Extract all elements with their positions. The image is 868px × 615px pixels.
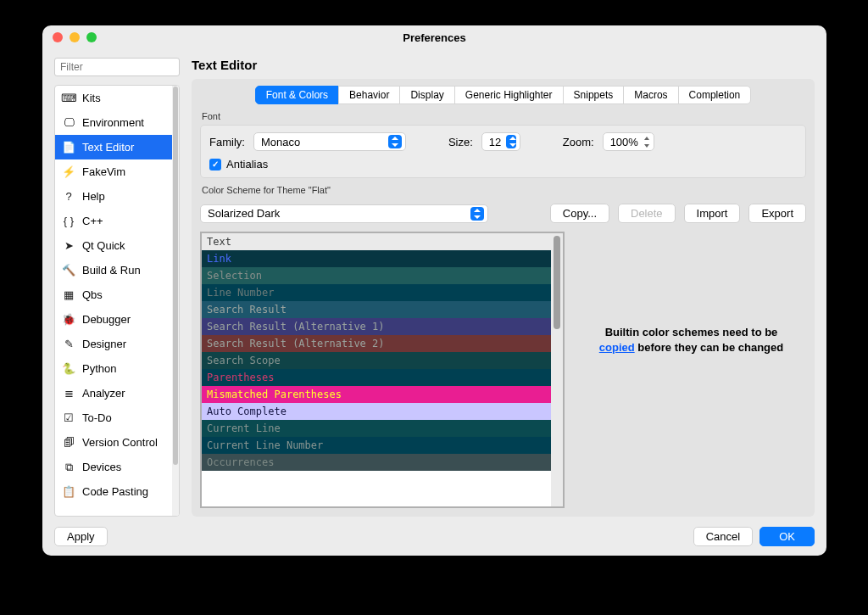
sidebar-item-label: Environment bbox=[82, 116, 144, 129]
font-size-combo[interactable]: 12 bbox=[481, 132, 520, 151]
sidebar-item-label: Qt Quick bbox=[82, 239, 125, 252]
color-scheme-area: TextLinkSelectionLine NumberSearch Resul… bbox=[200, 232, 806, 508]
copied-link[interactable]: copied bbox=[599, 341, 635, 354]
font-settings-box: Family: Monaco Size: 12 bbox=[200, 125, 806, 178]
scheme-item-search-result-alternative-1-[interactable]: Search Result (Alternative 1) bbox=[202, 318, 551, 335]
scheme-delete-button: Delete bbox=[618, 204, 676, 223]
sidebar-item-label: Version Control bbox=[82, 436, 158, 449]
titlebar: Preferences bbox=[42, 25, 826, 49]
sidebar-item-label: C++ bbox=[82, 215, 103, 227]
close-window-button[interactable] bbox=[53, 32, 63, 42]
scheme-item-selection[interactable]: Selection bbox=[202, 267, 551, 284]
sidebar-item-qbs[interactable]: ▦Qbs bbox=[55, 282, 172, 307]
sidebar-item-build-run[interactable]: 🔨Build & Run bbox=[55, 258, 172, 282]
font-size-value: 12 bbox=[489, 136, 501, 148]
sidebar-item-version-control[interactable]: 🗐Version Control bbox=[55, 430, 172, 455]
sidebar-item-label: FakeVim bbox=[82, 165, 125, 178]
sidebar-item-devices[interactable]: ⧉Devices bbox=[55, 455, 172, 479]
antialias-checkbox[interactable]: ✓ bbox=[209, 159, 221, 171]
scheme-item-text[interactable]: Text bbox=[202, 233, 551, 250]
sidebar-item-help[interactable]: ?Help bbox=[55, 184, 172, 209]
main-column: Text Editor Font & ColorsBehaviorDisplay… bbox=[192, 58, 815, 517]
scheme-item-search-result-alternative-2-[interactable]: Search Result (Alternative 2) bbox=[202, 335, 551, 352]
color-scheme-list: TextLinkSelectionLine NumberSearch Resul… bbox=[200, 232, 565, 508]
sidebar-item-kits[interactable]: ⌨Kits bbox=[55, 86, 172, 110]
color-scheme-row: Solarized Dark Copy... Delete Import Exp… bbox=[200, 204, 806, 223]
sidebar: ⌨Kits🖵Environment📄Text Editor⚡FakeVim?He… bbox=[54, 85, 180, 517]
tab-snippets[interactable]: Snippets bbox=[563, 86, 625, 104]
scheme-item-search-scope[interactable]: Search Scope bbox=[202, 352, 551, 369]
tab-display[interactable]: Display bbox=[399, 86, 454, 104]
color-scheme-section-label: Color Scheme for Theme "Flat" bbox=[202, 185, 804, 195]
sidebar-scrollbar[interactable] bbox=[172, 86, 179, 516]
sidebar-item-label: Kits bbox=[82, 92, 101, 104]
sidebar-item-fakevim[interactable]: ⚡FakeVim bbox=[55, 159, 172, 184]
sidebar-item-python[interactable]: 🐍Python bbox=[55, 356, 172, 381]
traffic-lights bbox=[53, 32, 97, 42]
scheme-item-parentheses[interactable]: Parentheses bbox=[202, 369, 551, 386]
code-pasting-icon: 📋 bbox=[62, 485, 75, 499]
tab-completion[interactable]: Completion bbox=[678, 86, 752, 104]
sidebar-item-debugger[interactable]: 🐞Debugger bbox=[55, 307, 172, 332]
sidebar-item-label: Help bbox=[82, 190, 105, 203]
sidebar-item-label: To-Do bbox=[82, 411, 112, 424]
scheme-item-line-number[interactable]: Line Number bbox=[202, 284, 551, 301]
panel-tabs: Font & ColorsBehaviorDisplayGeneric High… bbox=[200, 86, 806, 104]
scheme-item-search-result[interactable]: Search Result bbox=[202, 301, 551, 318]
debugger-icon: 🐞 bbox=[62, 313, 75, 327]
scheme-item-current-line-number[interactable]: Current Line Number bbox=[202, 437, 551, 454]
sidebar-scrollbar-thumb[interactable] bbox=[173, 87, 178, 465]
cancel-button[interactable]: Cancel bbox=[693, 527, 753, 546]
sidebar-item-c-[interactable]: { }C++ bbox=[55, 209, 172, 233]
analyzer-icon: ≣ bbox=[62, 387, 75, 400]
sidebar-item-label: Debugger bbox=[82, 313, 131, 326]
sidebar-item-text-editor[interactable]: 📄Text Editor bbox=[55, 135, 172, 159]
zoom-label: Zoom: bbox=[563, 136, 594, 148]
filter-input[interactable] bbox=[54, 58, 180, 76]
sidebar-item-environment[interactable]: 🖵Environment bbox=[55, 110, 172, 135]
color-scheme-value: Solarized Dark bbox=[208, 207, 280, 220]
help-icon: ? bbox=[62, 190, 75, 204]
color-scheme-info-text: Builtin color schemes need to be copied … bbox=[594, 325, 789, 355]
scheme-export-button[interactable]: Export bbox=[748, 204, 806, 223]
font-family-value: Monaco bbox=[261, 136, 300, 148]
sidebar-item-analyzer[interactable]: ≣Analyzer bbox=[55, 381, 172, 405]
stepper-up-icon[interactable] bbox=[642, 135, 652, 141]
color-scheme-scrollbar-thumb[interactable] bbox=[554, 236, 560, 329]
zoom-window-button[interactable] bbox=[86, 32, 97, 42]
scheme-item-current-line[interactable]: Current Line bbox=[202, 420, 551, 437]
stepper-down-icon[interactable] bbox=[642, 143, 652, 148]
color-scheme-scrollbar[interactable] bbox=[551, 233, 563, 506]
tab-behavior[interactable]: Behavior bbox=[338, 86, 400, 104]
tab-generic-highlighter[interactable]: Generic Highlighter bbox=[454, 86, 564, 104]
scheme-import-button[interactable]: Import bbox=[684, 204, 741, 223]
page-title: Text Editor bbox=[192, 58, 815, 72]
tab-font-colors[interactable]: Font & Colors bbox=[255, 86, 339, 104]
qbs-icon: ▦ bbox=[62, 288, 75, 302]
sidebar-item-designer[interactable]: ✎Designer bbox=[55, 332, 172, 356]
scheme-copy-button[interactable]: Copy... bbox=[550, 204, 609, 223]
chevron-updown-icon bbox=[506, 135, 516, 148]
font-family-combo[interactable]: Monaco bbox=[253, 132, 406, 151]
sidebar-list[interactable]: ⌨Kits🖵Environment📄Text Editor⚡FakeVim?He… bbox=[55, 86, 172, 516]
apply-button[interactable]: Apply bbox=[54, 527, 108, 546]
tab-macros[interactable]: Macros bbox=[623, 86, 678, 104]
minimize-window-button[interactable] bbox=[70, 32, 80, 42]
ok-button[interactable]: OK bbox=[760, 527, 815, 546]
color-scheme-info: Builtin color schemes need to be copied … bbox=[576, 232, 806, 508]
font-row: Family: Monaco Size: 12 bbox=[209, 132, 797, 151]
color-scheme-list-body[interactable]: TextLinkSelectionLine NumberSearch Resul… bbox=[202, 233, 551, 506]
scheme-item-mismatched-parentheses[interactable]: Mismatched Parentheses bbox=[202, 386, 551, 403]
sidebar-item-to-do[interactable]: ☑To-Do bbox=[55, 405, 172, 430]
scheme-item-occurrences[interactable]: Occurrences bbox=[202, 454, 551, 471]
sidebar-item-code-pasting[interactable]: 📋Code Pasting bbox=[55, 479, 172, 504]
sidebar-item-label: Build & Run bbox=[82, 264, 141, 277]
info-prefix: Builtin color schemes need to be bbox=[605, 326, 778, 338]
sidebar-item-qt-quick[interactable]: ➤Qt Quick bbox=[55, 233, 172, 258]
scheme-item-link[interactable]: Link bbox=[202, 250, 551, 267]
environment-icon: 🖵 bbox=[62, 116, 75, 130]
scheme-item-auto-complete[interactable]: Auto Complete bbox=[202, 403, 551, 420]
color-scheme-combo[interactable]: Solarized Dark bbox=[200, 204, 488, 223]
version-control-icon: 🗐 bbox=[62, 436, 75, 450]
zoom-spinbox[interactable]: 100% bbox=[603, 132, 654, 151]
